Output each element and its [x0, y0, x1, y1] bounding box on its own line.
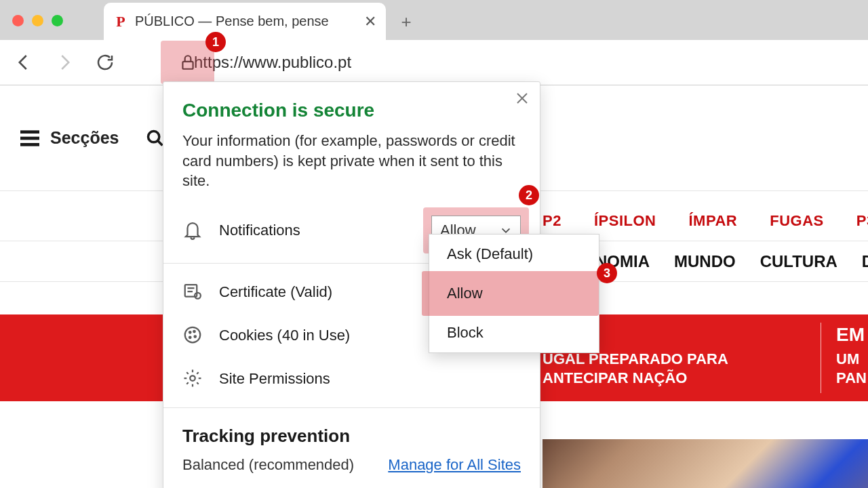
svg-point-6 — [195, 293, 201, 299]
manage-all-sites-link[interactable]: Manage for All Sites — [388, 456, 521, 474]
svg-point-4 — [149, 131, 159, 142]
site-permissions-label: Site Permissions — [219, 370, 330, 388]
close-tab-button[interactable]: ✕ — [364, 13, 376, 30]
nav2-item[interactable]: MUNDO — [674, 252, 736, 271]
close-popup-button[interactable] — [515, 92, 529, 105]
forward-button[interactable] — [53, 51, 76, 74]
tracking-mode-label: Balanced (recommended) — [182, 456, 354, 474]
banner-body: UGAL PREPARADO PARA ANTECIPAR NAÇÃO — [542, 350, 812, 387]
svg-rect-2 — [20, 136, 39, 140]
back-button[interactable] — [12, 51, 35, 74]
cookie-icon — [182, 325, 204, 346]
svg-point-12 — [190, 375, 195, 381]
nav1-item[interactable]: ÍMPAR — [688, 212, 737, 230]
popup-description: Your information (for example, passwords… — [182, 131, 521, 191]
cookies-label: Cookies (40 in Use) — [219, 327, 350, 344]
nav2-item[interactable]: D — [862, 252, 868, 271]
site-permissions-row[interactable]: Site Permissions — [163, 357, 540, 401]
browser-tab[interactable]: P PÚBLICO — Pense bem, pense ✕ — [104, 3, 386, 40]
svg-rect-0 — [182, 62, 193, 69]
close-window-button[interactable] — [12, 15, 24, 26]
tracking-prevention-title: Tracking prevention — [163, 415, 540, 452]
browser-toolbar: https://www.publico.pt — [0, 40, 868, 85]
nav1-item[interactable]: P2 — [542, 212, 561, 230]
dropdown-item-block[interactable]: Block — [429, 313, 599, 352]
reload-button[interactable] — [94, 51, 117, 74]
svg-point-8 — [189, 331, 191, 333]
new-tab-button[interactable]: + — [397, 12, 416, 31]
svg-rect-3 — [20, 143, 39, 146]
dropdown-item-ask[interactable]: Ask (Default) — [429, 235, 599, 274]
notifications-dropdown: Ask (Default) Allow Block — [429, 234, 599, 353]
callout-badge-3: 3 — [597, 263, 617, 283]
svg-point-11 — [189, 337, 191, 339]
nav1-item[interactable]: P3 — [856, 212, 868, 230]
dropdown-item-allow[interactable]: Allow — [429, 274, 599, 313]
svg-point-7 — [185, 327, 201, 343]
nav1-item[interactable]: ÍPSILON — [594, 212, 656, 230]
callout-badge-2: 2 — [519, 185, 539, 205]
svg-point-10 — [195, 336, 197, 338]
address-bar[interactable]: https://www.publico.pt — [134, 53, 856, 72]
hero-image — [542, 439, 868, 488]
minimize-window-button[interactable] — [32, 15, 43, 26]
tab-title: PÚBLICO — Pense bem, pense — [135, 14, 357, 29]
callout-badge-1: 1 — [205, 32, 226, 52]
popup-title: Connection is secure — [182, 100, 521, 121]
banner-title: EM — [836, 324, 868, 346]
close-icon — [515, 92, 529, 105]
window-controls — [12, 15, 63, 26]
nav1-item[interactable]: FUGAS — [770, 212, 824, 230]
maximize-window-button[interactable] — [52, 15, 63, 26]
banner-body: UM PAN — [836, 350, 868, 387]
menu-label[interactable]: Secções — [50, 128, 119, 148]
notifications-label: Notifications — [219, 222, 416, 239]
tab-favicon: P — [113, 14, 128, 29]
svg-point-9 — [193, 331, 195, 333]
nav2-item[interactable]: CULTURA — [760, 252, 837, 271]
svg-rect-1 — [20, 130, 39, 134]
menu-icon[interactable] — [20, 130, 39, 146]
titlebar: P PÚBLICO — Pense bem, pense ✕ + — [0, 0, 868, 40]
lock-icon — [179, 54, 197, 71]
url-text: https://www.publico.pt — [194, 53, 351, 72]
bell-icon — [182, 220, 204, 241]
gear-icon — [182, 368, 204, 390]
certificate-icon — [182, 281, 204, 303]
certificate-label: Certificate (Valid) — [219, 283, 332, 301]
